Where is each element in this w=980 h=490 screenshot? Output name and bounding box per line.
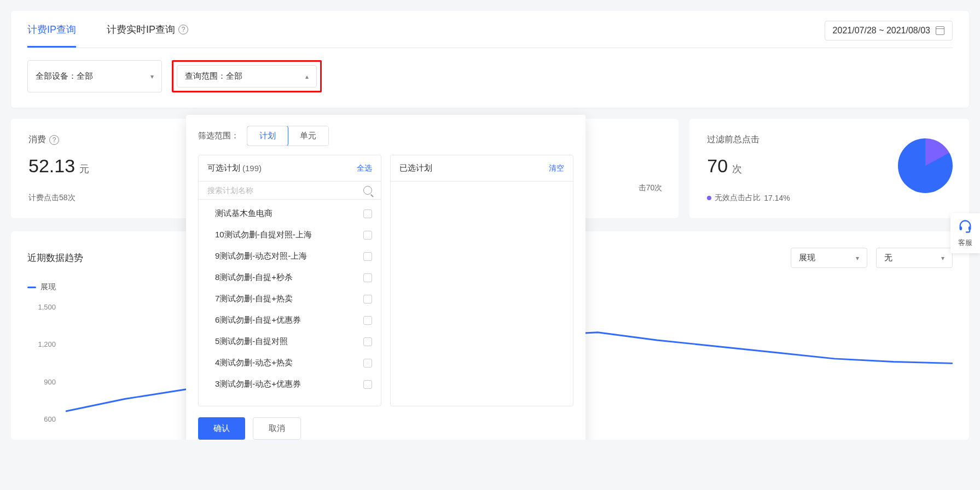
segment-unit-button[interactable]: 单元: [288, 126, 328, 145]
cancel-button[interactable]: 取消: [253, 417, 301, 440]
plan-search-row: [199, 182, 381, 200]
tab-realtime-ip-label: 计费实时IP查询: [107, 23, 175, 36]
stat-middle-partial-text: 击70次: [639, 183, 663, 193]
checkbox[interactable]: [363, 231, 372, 240]
help-icon[interactable]: ?: [178, 25, 188, 34]
pie-chart: [898, 138, 953, 193]
tab-realtime-ip[interactable]: 计费实时IP查询 ?: [107, 11, 188, 48]
plan-item-label: 5测试勿删-自提对照: [215, 336, 288, 347]
plan-list[interactable]: 测试基木鱼电商10测试勿删-自提对照-上海9测试勿删-动态对照-上海8测试勿删-…: [199, 200, 381, 406]
clear-button[interactable]: 清空: [549, 164, 564, 173]
tab-billing-ip[interactable]: 计费IP查询: [27, 11, 76, 48]
device-select-value: 全部: [77, 71, 93, 81]
dropdown-panes: 可选计划 (199) 全选 测试基木鱼电商10测试勿删-自提对照-上海9测试勿删…: [198, 155, 573, 406]
plan-item-label: 3测试勿删-动态+优惠券: [215, 379, 301, 389]
y-tick: 600: [27, 415, 56, 423]
plan-item-label: 4测试勿删-动态+热卖: [215, 358, 293, 368]
plan-item-label: 10测试勿删-自提对照-上海: [215, 230, 312, 240]
tabs-row: 计费IP查询 计费实时IP查询 ? 2021/07/28 ~ 2021/08/0…: [27, 11, 953, 48]
plan-item[interactable]: 3测试勿删-动态+优惠券: [199, 374, 381, 395]
select-all-button[interactable]: 全选: [357, 164, 372, 173]
scope-dropdown-panel: 筛选范围： 计划 单元 可选计划 (199) 全选 测试基木鱼电商10测试勿删-…: [186, 115, 585, 440]
help-icon[interactable]: ?: [49, 135, 59, 145]
plan-item[interactable]: 10测试勿删-自提对照-上海: [199, 224, 381, 246]
date-range-picker[interactable]: 2021/07/28 ~ 2021/08/03: [825, 21, 953, 40]
trend-title: 近期数据趋势: [27, 252, 83, 264]
checkbox[interactable]: [363, 209, 372, 218]
checkbox[interactable]: [363, 273, 372, 282]
selected-pane: 已选计划 清空: [390, 155, 573, 406]
selected-list: [391, 182, 573, 406]
checkbox[interactable]: [363, 380, 372, 389]
trend-compare-select[interactable]: 无 ▾: [876, 248, 953, 268]
available-label: 可选计划: [207, 163, 240, 173]
invalid-ratio-label: 无效点击占比: [715, 193, 761, 203]
legend-label: 展现: [40, 282, 56, 292]
scope-segment-row: 筛选范围： 计划 单元: [198, 126, 573, 146]
y-tick: 1,500: [27, 303, 56, 311]
headset-icon: [958, 219, 973, 234]
scope-segment-group: 计划 单元: [247, 126, 329, 146]
scope-segment-label: 筛选范围：: [198, 131, 239, 141]
checkbox[interactable]: [363, 359, 372, 368]
chevron-down-icon: ▾: [941, 254, 944, 262]
filters-row: 全部设备： 全部 ▾ 查询范围： 全部 ▴: [27, 48, 953, 92]
scope-select-value: 全部: [226, 71, 242, 81]
plan-item[interactable]: 8测试勿删-自提+秒杀: [199, 267, 381, 288]
legend-line-icon: [27, 287, 36, 288]
checkbox[interactable]: [363, 337, 372, 346]
svg-rect-0: [960, 226, 962, 230]
plan-item-label: 7测试勿删-自提+热卖: [215, 294, 293, 304]
plan-search-input[interactable]: [207, 186, 363, 195]
plan-item-label: 测试基木鱼电商: [215, 208, 272, 219]
checkbox[interactable]: [363, 316, 372, 325]
device-select[interactable]: 全部设备： 全部 ▾: [27, 60, 162, 92]
calendar-icon: [936, 26, 944, 35]
stat-card-prefilter-clicks: 过滤前总点击 70 次 无效点击占比 17.14%: [689, 119, 969, 218]
selected-pane-header: 已选计划 清空: [391, 155, 573, 182]
plan-item-label: 6测试勿删-自提+优惠券: [215, 315, 301, 325]
y-axis: 1,500 1,200 900 600: [27, 303, 60, 423]
chevron-down-icon: ▾: [856, 254, 859, 262]
available-pane: 可选计划 (199) 全选 测试基木鱼电商10测试勿删-自提对照-上海9测试勿删…: [198, 155, 381, 406]
date-range-value: 2021/07/28 ~ 2021/08/03: [833, 26, 930, 36]
trend-metric-select[interactable]: 展现 ▾: [791, 248, 867, 268]
svg-rect-1: [969, 226, 971, 230]
available-pane-header: 可选计划 (199) 全选: [199, 155, 381, 182]
plan-item[interactable]: 4测试勿删-动态+热卖: [199, 352, 381, 374]
dropdown-actions: 确认 取消: [198, 417, 573, 440]
customer-service-label: 客服: [953, 238, 978, 248]
tab-billing-ip-label: 计费IP查询: [27, 23, 76, 36]
plan-item-label: 9测试勿删-动态对照-上海: [215, 251, 307, 261]
search-icon: [363, 186, 372, 195]
checkbox[interactable]: [363, 252, 372, 261]
plan-item[interactable]: 5测试勿删-自提对照: [199, 331, 381, 352]
plan-item[interactable]: 7测试勿删-自提+热卖: [199, 288, 381, 310]
stat-spend-unit: 元: [79, 162, 89, 176]
header-card: 计费IP查询 计费实时IP查询 ? 2021/07/28 ~ 2021/08/0…: [11, 11, 969, 108]
checkbox[interactable]: [363, 295, 372, 304]
plan-item[interactable]: 6测试勿删-自提+优惠券: [199, 310, 381, 331]
plan-item[interactable]: 9测试勿删-动态对照-上海: [199, 246, 381, 267]
plan-item[interactable]: 测试基木鱼电商: [199, 203, 381, 224]
trend-metric-value: 展现: [799, 253, 815, 263]
segment-plan-button[interactable]: 计划: [247, 126, 288, 146]
stat-spend-title-text: 消费: [28, 134, 46, 145]
stat-prefilter-value: 70: [707, 155, 728, 177]
trend-compare-value: 无: [884, 253, 892, 263]
y-tick: 900: [27, 378, 56, 386]
trend-selects: 展现 ▾ 无 ▾: [791, 248, 953, 268]
invalid-ratio-value: 17.14%: [764, 194, 790, 202]
chevron-up-icon: ▴: [305, 73, 309, 80]
scope-select[interactable]: 查询范围： 全部 ▴: [177, 65, 317, 88]
customer-service-float[interactable]: 客服: [950, 213, 980, 253]
confirm-button[interactable]: 确认: [198, 417, 245, 440]
chevron-down-icon: ▾: [150, 73, 154, 80]
stat-spend-value: 52.13: [28, 155, 75, 177]
scope-select-highlight: 查询范围： 全部 ▴: [172, 60, 322, 92]
stat-prefilter-unit: 次: [732, 162, 742, 176]
available-count: (199): [242, 164, 262, 173]
selected-label: 已选计划: [399, 163, 432, 173]
device-select-label: 全部设备：: [36, 71, 77, 81]
stat-prefilter-sub: 无效点击占比 17.14%: [707, 193, 952, 203]
